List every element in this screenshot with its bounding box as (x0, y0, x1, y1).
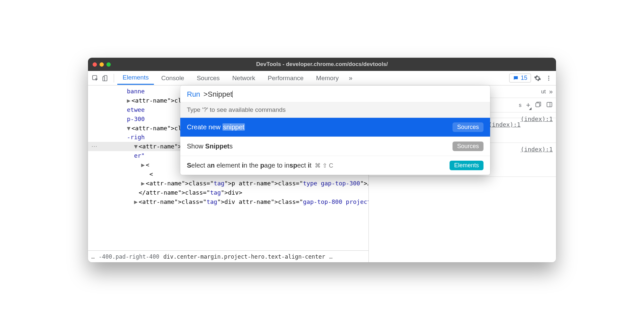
main-toolbar: Elements Console Sources Network Perform… (88, 71, 556, 85)
tab-memory[interactable]: Memory (311, 72, 344, 84)
breadcrumb-left-dots[interactable]: … (91, 253, 95, 260)
command-category-badge: Elements (450, 161, 483, 170)
command-menu: Run >Snippet Type '?' to see available c… (180, 85, 490, 175)
device-toolbar-icon[interactable] (101, 74, 110, 83)
svg-rect-7 (547, 102, 552, 107)
svg-rect-6 (536, 103, 540, 107)
command-category-badge: Sources (453, 122, 483, 132)
svg-point-3 (548, 76, 549, 77)
svg-point-4 (548, 78, 549, 79)
command-item[interactable]: Create new snippetSources (180, 118, 490, 137)
tab-network[interactable]: Network (227, 72, 261, 84)
devtools-window: DevTools - developer.chrome.com/docs/dev… (88, 58, 556, 262)
zoom-icon[interactable] (106, 62, 111, 67)
toggle-common-rendering-icon[interactable] (535, 101, 542, 109)
new-style-rule-icon[interactable]: +◢ (526, 101, 530, 110)
separator (114, 74, 114, 82)
breadcrumb-item[interactable]: -400.pad-right-400 (99, 253, 159, 260)
dom-breadcrumb[interactable]: … -400.pad-right-400 div.center-margin.p… (88, 250, 368, 262)
run-label: Run (187, 90, 200, 99)
traffic-lights (93, 62, 111, 67)
command-category-badge: Sources (453, 142, 483, 151)
tab-elements[interactable]: Elements (117, 71, 154, 85)
tab-console[interactable]: Console (156, 72, 190, 84)
command-prefix: > (203, 90, 208, 98)
more-tabs-icon[interactable]: » (346, 74, 355, 83)
inspect-element-icon[interactable] (91, 74, 100, 83)
rule-source-link[interactable]: (index):1 (520, 145, 553, 154)
command-query: Snippet (208, 90, 232, 98)
minimize-icon[interactable] (100, 62, 104, 67)
command-input-row[interactable]: Run >Snippet (180, 85, 490, 102)
command-hint: Type '?' to see available commands (180, 102, 490, 118)
tab-performance[interactable]: Performance (262, 72, 309, 84)
command-item[interactable]: Select an element in the page to inspect… (180, 156, 490, 175)
more-styles-tabs-icon[interactable]: » (549, 88, 553, 95)
window-title: DevTools - developer.chrome.com/docs/dev… (88, 61, 556, 68)
svg-rect-2 (103, 77, 105, 81)
settings-icon[interactable] (533, 74, 542, 83)
titlebar: DevTools - developer.chrome.com/docs/dev… (88, 58, 556, 71)
kebab-menu-icon[interactable] (544, 74, 553, 83)
tab-sources[interactable]: Sources (191, 72, 225, 84)
breadcrumb-right-dots[interactable]: … (329, 253, 333, 260)
breadcrumb-item-selected[interactable]: div.center-margin.project-hero.text-alig… (163, 253, 325, 260)
issues-count: 15 (521, 75, 527, 81)
panel-tabs: Elements Console Sources Network Perform… (117, 71, 508, 85)
svg-point-5 (548, 80, 549, 80)
styles-tab-fragment[interactable]: ut (541, 88, 546, 95)
dom-line[interactable]: ▶<attr-name">class="tag">div attr-name">… (127, 197, 368, 207)
dom-line[interactable]: ▶<attr-name">class="tag">p attr-name">cl… (127, 179, 368, 188)
command-item[interactable]: Show SnippetsSources (180, 137, 490, 156)
computed-sidebar-icon[interactable] (546, 101, 553, 109)
close-icon[interactable] (93, 62, 97, 67)
rule-source-link[interactable]: (index):1 (488, 120, 521, 130)
rule-source-link[interactable]: (index):1 (520, 114, 553, 124)
dom-line[interactable]: </attr-name">class="tag">div> (127, 188, 368, 197)
issues-badge[interactable]: 15 (509, 74, 531, 82)
cls-toggle-fragment[interactable]: s (519, 102, 521, 108)
